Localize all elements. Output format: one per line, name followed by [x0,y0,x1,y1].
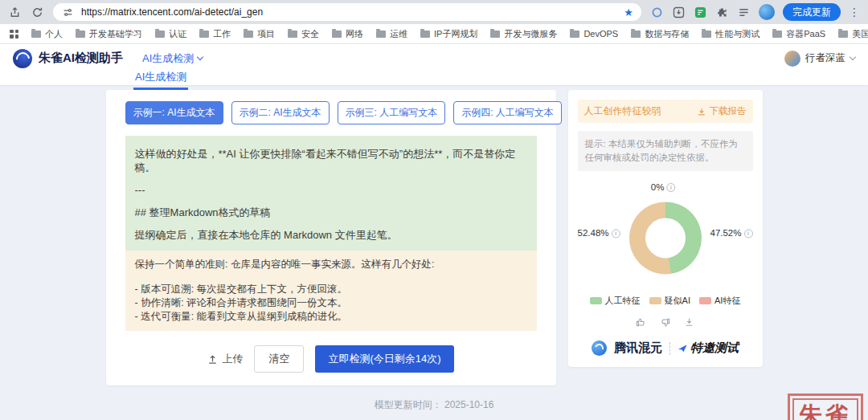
legend-swatch [649,297,661,304]
feedback-actions [578,316,753,328]
share-icon[interactable] [8,6,22,19]
percent-value: 47.52% [710,228,741,238]
example-3-button[interactable]: 示例三: 人工编写文本 [338,101,446,124]
info-icon[interactable] [666,183,675,192]
folder-icon [570,31,579,38]
bookmark-folder[interactable]: 网络 [332,28,363,40]
bookmark-folder[interactable]: 项目 [244,28,275,40]
example-1-button[interactable]: 示例一: AI生成文本 [125,101,223,124]
percent-value: 52.48% [578,228,609,238]
donut-chart [629,202,702,274]
tab-bar: AI生成检测 [0,69,868,85]
detect-button[interactable]: 立即检测(今日剩余14次) [315,345,453,373]
folder-icon [490,31,500,38]
disclaimer-tip: 提示: 本结果仅为辅助判断，不应作为任何审核或处罚的决定性依据。 [578,131,753,171]
info-icon[interactable] [612,229,620,238]
folder-icon [631,31,641,38]
bookmark-folder[interactable]: 容器PaaS [772,28,825,40]
main-content: 示例一: AI生成文本 示例二: AI生成文本 示例三: 人工编写文本 示例四:… [0,85,868,385]
example-4-button[interactable]: 示例四: 人工编写文本 [453,101,562,124]
detector-actions: 上传 清空 立即检测(今日剩余14次) [125,345,537,373]
highlight-block-green: 这样做的好处是，**AI 让你更快排除“看起来不错但写不动”的想法**，而不是替… [125,136,537,251]
nav-ai-detect[interactable]: AI生成检测 [142,51,203,66]
bookmark-folder[interactable]: 认证 [155,28,186,40]
percent-human: 47.52% [710,228,752,238]
bookmark-label: 容器PaaS [786,28,825,40]
doc-line: ## 整理Markdown格式的草稿 [135,206,527,219]
bookmark-folder[interactable]: 个人 [31,28,63,40]
apps-grid-icon[interactable] [10,30,18,39]
invite-test-label: 特邀测试 [690,340,739,356]
bookmark-folder[interactable]: IP子网规划 [420,28,477,40]
chart-legend: 人工特征 疑似AI AI特征 [578,295,753,307]
bookmark-folder[interactable]: 开发与微服务 [490,28,557,40]
bookmark-label: 网络 [346,28,363,40]
info-icon[interactable] [744,229,753,238]
percent-suspected-ai: 52.48% [578,228,620,238]
bookmark-folder[interactable]: 工作 [199,28,231,40]
site-settings-icon[interactable] [61,6,75,19]
folder-icon [288,31,297,38]
doc-line: - 版本可追溯: 每次提交都有上下文，方便回滚。 [135,283,527,296]
thumbs-up-icon[interactable] [635,316,647,328]
chevron-down-icon [850,54,856,60]
downloads-icon[interactable] [672,6,686,19]
chevron-down-icon [197,54,203,60]
result-card: 人工创作特征较弱 下载报告 提示: 本结果仅为辅助判断，不应作为任何审核或处罚的… [568,90,763,367]
folder-icon [702,31,711,38]
invite-test-brand: 特邀测试 [678,340,739,356]
folder-icon [420,31,430,38]
download-result-icon[interactable] [683,316,695,328]
chat-extension-icon[interactable] [694,6,707,19]
browser-update-button[interactable]: 完成更新 [783,3,841,21]
doc-line: 保持一个简单的准则: 仓库是内容的唯一事实来源。这样有几个好处: [135,258,527,271]
download-icon [697,107,706,116]
bookmark-folder[interactable]: DevOPS [570,29,618,39]
folder-icon [31,31,41,38]
legend-swatch [590,297,602,304]
bookmark-folder[interactable]: 美国地址生成器 -... [838,28,868,40]
bookmark-label: 安全 [301,28,319,40]
browser-toolbar: https://matrix.tencent.com/ai-detect/ai_… [0,0,868,24]
percent-ai: 0% [651,182,676,192]
url-text[interactable]: https://matrix.tencent.com/ai-detect/ai_… [81,6,263,18]
reading-list-icon[interactable] [737,6,751,19]
user-menu[interactable]: 行者深蓝 [784,51,855,67]
address-bar[interactable]: https://matrix.tencent.com/ai-detect/ai_… [53,3,641,21]
browser-menu-icon[interactable]: ⋮ [849,6,860,18]
app-header: 朱雀AI检测助手 AI生成检测 行者深蓝 AI生成检测 [0,44,868,85]
upload-button[interactable]: 上传 [207,352,243,366]
doc-line: --- [135,183,527,197]
folder-icon [199,31,209,38]
legend-label: AI特征 [714,295,740,307]
hunyuan-logo-icon [592,340,607,356]
legend-label: 人工特征 [605,295,641,307]
clear-button[interactable]: 清空 [254,345,304,373]
bookmark-folder[interactable]: 性能与测试 [702,28,760,40]
highlight-block-cream: 保持一个简单的准则: 仓库是内容的唯一事实来源。这样有几个好处: - 版本可追溯… [125,251,537,331]
bookmark-star-icon[interactable]: ★ [624,7,633,18]
legend-item: 疑似AI [649,295,690,307]
model-update-time: 模型更新时间： 2025-10-16 [0,398,868,412]
verdict-banner: 人工创作特征较弱 下载报告 [578,100,753,123]
extensions-puzzle-icon[interactable] [715,6,729,19]
bookmark-folder[interactable]: 数据与存储 [631,28,689,40]
text-input-area[interactable]: 这样做的好处是，**AI 让你更快排除“看起来不错但写不动”的想法**，而不是替… [125,136,537,331]
folder-icon [332,31,342,38]
folder-icon [244,31,253,38]
circle-icon[interactable] [650,6,664,19]
bookmark-folder[interactable]: 安全 [288,28,319,40]
bookmark-label: 美国地址生成器 -... [852,28,868,40]
bookmark-folder[interactable]: 运维 [376,28,407,40]
thumbs-down-icon[interactable] [659,316,671,328]
browser-profile-avatar[interactable] [759,4,775,20]
download-report-link[interactable]: 下载报告 [697,105,747,117]
bookmark-folder[interactable]: 开发基础学习 [76,28,142,40]
bookmark-label: 工作 [213,28,231,40]
upload-label: 上传 [222,352,243,366]
screen: https://matrix.tencent.com/ai-detect/ai_… [0,0,868,420]
toolbar-right-icons: 完成更新 ⋮ [650,3,860,21]
download-report-label: 下载报告 [710,105,747,117]
reload-icon[interactable] [31,6,44,19]
example-2-button[interactable]: 示例二: AI生成文本 [231,101,330,124]
